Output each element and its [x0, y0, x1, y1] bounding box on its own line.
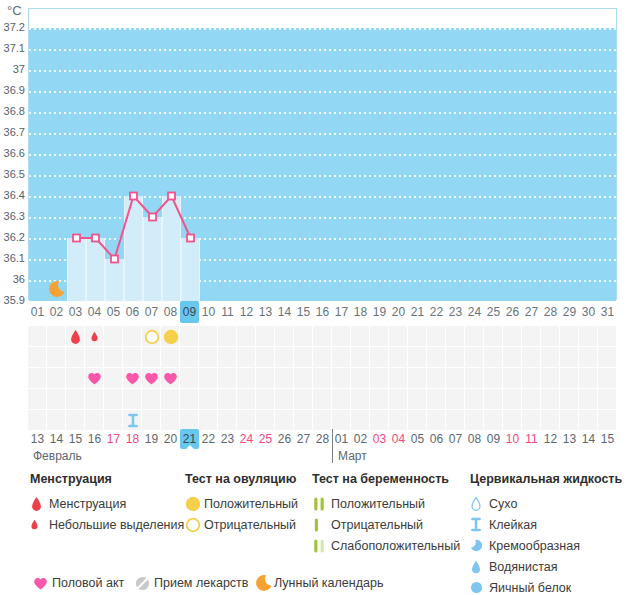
cycle-day-04[interactable]: 04 [85, 301, 104, 323]
calendar-date-Март-08[interactable]: 08 [465, 429, 484, 449]
legend-icon-box [255, 574, 274, 592]
calendar-date-Февраль-14[interactable]: 14 [47, 429, 66, 449]
temperature-point-day-03[interactable] [73, 235, 80, 242]
cycle-day-13[interactable]: 13 [256, 301, 275, 323]
event-cell [66, 347, 84, 367]
calendar-date-Февраль-16[interactable]: 16 [85, 429, 104, 449]
cycle-day-03[interactable]: 03 [66, 301, 85, 323]
event-cell [275, 347, 293, 367]
calendar-date-Март-11[interactable]: 11 [522, 429, 541, 449]
event-cell [560, 347, 578, 367]
cycle-day-07[interactable]: 07 [142, 301, 161, 323]
event-cell [256, 368, 274, 388]
cycle-day-16[interactable]: 16 [313, 301, 332, 323]
cycle-day-29[interactable]: 29 [560, 301, 579, 323]
cycle-day-30[interactable]: 30 [579, 301, 598, 323]
event-cell [28, 347, 46, 367]
event-cell [351, 389, 369, 409]
temperature-point-day-07[interactable] [149, 214, 156, 221]
legend-icon-box [135, 576, 154, 591]
temperature-point-day-04[interactable] [92, 235, 99, 242]
cycle-day-12[interactable]: 12 [237, 301, 256, 323]
calendar-date-Февраль-22[interactable]: 22 [199, 429, 218, 449]
cycle-day-01[interactable]: 01 [28, 301, 47, 323]
legend-item: Водянистая [470, 556, 622, 577]
legend-icon-box [30, 496, 49, 512]
cycle-day-09[interactable]: 09 [180, 301, 199, 323]
temperature-unit-label: °C [7, 3, 22, 18]
calendar-date-Февраль-21[interactable]: 21 [180, 429, 199, 449]
calendar-date-Февраль-27[interactable]: 27 [294, 429, 313, 449]
calendar-date-Февраль-20[interactable]: 20 [161, 429, 180, 449]
cycle-day-15[interactable]: 15 [294, 301, 313, 323]
cycle-day-22[interactable]: 22 [427, 301, 446, 323]
calendar-date-Март-01[interactable]: 01 [332, 429, 351, 449]
cycle-day-05[interactable]: 05 [104, 301, 123, 323]
cycle-day-20[interactable]: 20 [389, 301, 408, 323]
event-cell [313, 347, 331, 367]
calendar-date-Февраль-24[interactable]: 24 [237, 429, 256, 449]
temperature-point-day-08[interactable] [168, 193, 175, 200]
event-cell [522, 368, 540, 388]
calendar-date-Февраль-17[interactable]: 17 [104, 429, 123, 449]
event-cell [579, 326, 597, 346]
temperature-point-day-05[interactable] [111, 256, 118, 263]
cycle-day-25[interactable]: 25 [484, 301, 503, 323]
cycle-day-17[interactable]: 17 [332, 301, 351, 323]
cycle-day-11[interactable]: 11 [218, 301, 237, 323]
calendar-date-Март-02[interactable]: 02 [351, 429, 370, 449]
calendar-date-Март-12[interactable]: 12 [541, 429, 560, 449]
temperature-point-day-06[interactable] [130, 193, 137, 200]
cycle-day-21[interactable]: 21 [408, 301, 427, 323]
heart-pink-icon [33, 577, 48, 590]
cycle-day-19[interactable]: 19 [370, 301, 389, 323]
legend-icon-box [185, 517, 204, 533]
cycle-day-23[interactable]: 23 [446, 301, 465, 323]
calendar-date-Март-06[interactable]: 06 [427, 429, 446, 449]
cycle-day-06[interactable]: 06 [123, 301, 142, 323]
calendar-date-Февраль-25[interactable]: 25 [256, 429, 275, 449]
cycle-day-28[interactable]: 28 [541, 301, 560, 323]
event-cell [237, 410, 255, 430]
legend-item-label: Водянистая [489, 560, 558, 574]
cycle-day-24[interactable]: 24 [465, 301, 484, 323]
legend-footer-item: Лунный календарь [255, 572, 383, 594]
calendar-date-Март-07[interactable]: 07 [446, 429, 465, 449]
event-cell [85, 347, 103, 367]
cycle-day-10[interactable]: 10 [199, 301, 218, 323]
legend-icon-box [470, 497, 489, 511]
calendar-date-Март-10[interactable]: 10 [503, 429, 522, 449]
calendar-date-Март-15[interactable]: 15 [598, 429, 617, 449]
calendar-date-Февраль-23[interactable]: 23 [218, 429, 237, 449]
calendar-date-Февраль-18[interactable]: 18 [123, 429, 142, 449]
event-cell [180, 326, 198, 346]
calendar-date-Март-05[interactable]: 05 [408, 429, 427, 449]
cycle-day-18[interactable]: 18 [351, 301, 370, 323]
cycle-day-14[interactable]: 14 [275, 301, 294, 323]
legend-item-label: Отрицательный [331, 518, 423, 532]
calendar-date-Февраль-13[interactable]: 13 [28, 429, 47, 449]
cycle-day-08[interactable]: 08 [161, 301, 180, 323]
calendar-date-Февраль-19[interactable]: 19 [142, 429, 161, 449]
cycle-day-26[interactable]: 26 [503, 301, 522, 323]
calendar-date-Февраль-15[interactable]: 15 [66, 429, 85, 449]
event-cell [161, 347, 179, 367]
circle-filled-yellow-icon [185, 496, 201, 512]
calendar-date-Март-03[interactable]: 03 [370, 429, 389, 449]
calendar-date-Март-09[interactable]: 09 [484, 429, 503, 449]
event-cell [28, 410, 46, 430]
calendar-date-Февраль-26[interactable]: 26 [275, 429, 294, 449]
calendar-date-Март-13[interactable]: 13 [560, 429, 579, 449]
calendar-date-Февраль-28[interactable]: 28 [313, 429, 332, 449]
temperature-point-day-09[interactable] [187, 235, 194, 242]
calendar-date-Март-14[interactable]: 14 [579, 429, 598, 449]
legend-item: Клейкая [470, 514, 622, 535]
drop-small-red-icon [30, 519, 39, 530]
event-cell [579, 368, 597, 388]
calendar-date-Март-04[interactable]: 04 [389, 429, 408, 449]
event-cell [351, 347, 369, 367]
cycle-day-27[interactable]: 27 [522, 301, 541, 323]
event-menstruation-and-ovulation-tests-day-08 [161, 326, 180, 347]
cycle-day-31[interactable]: 31 [598, 301, 617, 323]
cycle-day-02[interactable]: 02 [47, 301, 66, 323]
